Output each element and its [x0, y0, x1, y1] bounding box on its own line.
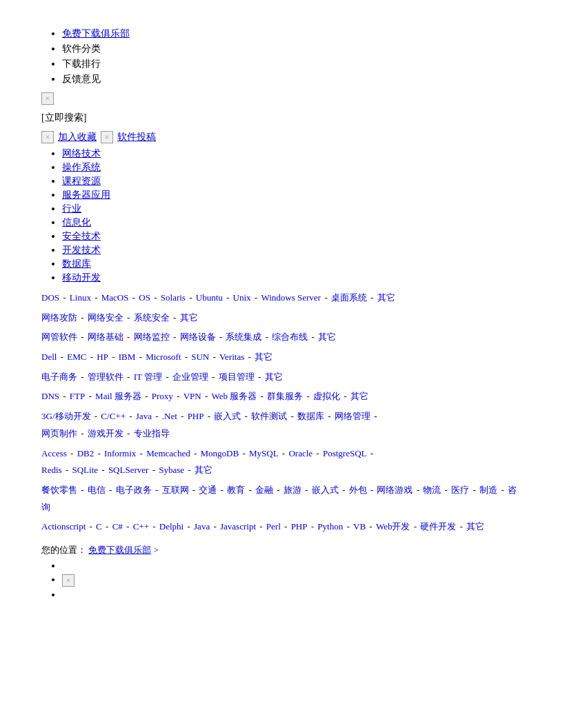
net-link-sys-security[interactable]: 系统安全: [134, 312, 170, 323]
os-link-linux[interactable]: Linux: [70, 292, 91, 303]
ind-link-food[interactable]: 餐饮零售: [41, 485, 77, 495]
netmgmt-link-cabling[interactable]: 综合布线: [272, 332, 308, 342]
mobile-link-professional[interactable]: 专业指导: [134, 428, 170, 438]
mobile-link-netmgmt[interactable]: 网络管理: [335, 411, 371, 421]
ind-link-gov[interactable]: 电子政务: [116, 485, 152, 495]
mobile-link-db[interactable]: 数据库: [297, 411, 324, 421]
biz-link-it-mgmt[interactable]: IT 管理: [134, 372, 162, 382]
netmgmt-link-other[interactable]: 其它: [318, 332, 336, 342]
nav-item-home[interactable]: 免费下载俱乐部: [62, 28, 522, 40]
biz-link-enterprise[interactable]: 企业管理: [172, 372, 208, 382]
ind-link-education[interactable]: 教育: [227, 485, 245, 495]
mobile-link-embedded[interactable]: 嵌入式: [214, 411, 241, 421]
cat-link-security[interactable]: 安全技术: [62, 231, 101, 241]
server-link-mail[interactable]: Mail 服务器: [95, 391, 141, 401]
biz-link-mgmt-sw[interactable]: 管理软件: [88, 372, 124, 382]
ind-link-finance[interactable]: 金融: [255, 485, 273, 495]
mobile-link-cpp[interactable]: C/C++: [101, 411, 126, 421]
db-link-sqlserver[interactable]: SQLServer: [108, 465, 149, 475]
db-link-oracle[interactable]: Oracle: [288, 448, 313, 458]
cat-industry[interactable]: 行业: [62, 203, 522, 215]
netmgmt-link-base[interactable]: 网络基础: [88, 332, 124, 342]
ind-link-logistics[interactable]: 物流: [423, 485, 441, 495]
lang-link-c[interactable]: C: [96, 521, 102, 532]
os-link-macos[interactable]: MacOS: [101, 292, 129, 303]
ind-link-internet[interactable]: 互联网: [162, 485, 189, 495]
db-link-sqlite[interactable]: SQLite: [72, 465, 98, 475]
db-link-access[interactable]: Access: [41, 448, 67, 458]
cat-link-it[interactable]: 信息化: [62, 217, 91, 228]
server-link-other[interactable]: 其它: [350, 391, 368, 401]
db-link-memcached[interactable]: Memcached: [146, 448, 190, 458]
cat-link-server[interactable]: 服务器应用: [62, 190, 110, 200]
ind-link-telecom[interactable]: 电信: [88, 485, 106, 495]
netmgmt-link-monitor[interactable]: 网络监控: [134, 332, 170, 342]
cat-link-dev[interactable]: 开发技术: [62, 245, 101, 255]
nav-item-category[interactable]: 软件分类: [62, 43, 522, 55]
net-link-security[interactable]: 网络安全: [88, 312, 124, 323]
lang-link-other[interactable]: 其它: [466, 521, 484, 532]
brand-link-sun[interactable]: SUN: [191, 352, 209, 362]
cat-link-course[interactable]: 课程资源: [62, 176, 101, 186]
cat-server[interactable]: 服务器应用: [62, 189, 522, 201]
cat-link-network[interactable]: 网络技术: [62, 148, 101, 159]
mobile-link-php[interactable]: PHP: [188, 411, 204, 421]
cat-network[interactable]: 网络技术: [62, 148, 522, 160]
brand-link-ibm[interactable]: IBM: [119, 352, 136, 362]
mobile-link-web[interactable]: 网页制作: [41, 428, 77, 438]
mobile-link-testing[interactable]: 软件测试: [251, 411, 287, 421]
server-link-dns[interactable]: DNS: [41, 391, 59, 401]
search-label[interactable]: [立即搜索]: [41, 112, 86, 123]
db-link-mongodb[interactable]: MongoDB: [201, 448, 239, 458]
submit-software-link[interactable]: 软件投稿: [117, 131, 156, 143]
server-link-cluster[interactable]: 群集服务: [267, 391, 303, 401]
db-link-postgresql[interactable]: PostgreSQL: [323, 448, 367, 458]
ind-link-tourism[interactable]: 旅游: [284, 485, 302, 495]
db-link-other[interactable]: 其它: [195, 465, 213, 475]
lang-link-java[interactable]: Java: [194, 521, 210, 532]
os-link-desktop[interactable]: 桌面系统: [331, 292, 367, 303]
db-link-mysql[interactable]: MySQL: [249, 448, 279, 458]
lang-link-hw[interactable]: 硬件开发: [420, 521, 456, 532]
lang-link-javascript[interactable]: Javascript: [220, 521, 256, 532]
ind-link-outsource[interactable]: 外包: [349, 485, 367, 495]
lang-link-actionscript[interactable]: Actionscript: [41, 521, 86, 532]
lang-link-perl[interactable]: Perl: [266, 521, 281, 532]
ind-link-transport[interactable]: 交通: [199, 485, 217, 495]
cat-mobile[interactable]: 移动开发: [62, 272, 522, 284]
brand-link-dell[interactable]: Dell: [41, 352, 57, 362]
netmgmt-link-sw[interactable]: 网管软件: [41, 332, 77, 342]
biz-link-project[interactable]: 项目管理: [219, 372, 255, 382]
os-link-windows-server[interactable]: Windows Server: [261, 292, 321, 303]
db-link-redis[interactable]: Redis: [41, 465, 62, 475]
nav-item-ranking[interactable]: 下载排行: [62, 58, 522, 70]
lang-link-cpp[interactable]: C++: [133, 521, 149, 532]
os-link-other[interactable]: 其它: [377, 292, 395, 303]
cat-link-industry[interactable]: 行业: [62, 203, 81, 214]
brand-link-hp[interactable]: HP: [97, 352, 108, 362]
mobile-link-3g[interactable]: 3G/移动开发: [41, 411, 91, 421]
cat-it[interactable]: 信息化: [62, 216, 522, 229]
cat-course[interactable]: 课程资源: [62, 175, 522, 188]
os-link-ubuntu[interactable]: Ubuntu: [196, 292, 223, 303]
server-link-proxy[interactable]: Proxy: [152, 391, 173, 401]
mobile-link-java[interactable]: Java: [136, 411, 152, 421]
mobile-link-game[interactable]: 游戏开发: [88, 428, 124, 438]
brand-link-microsoft[interactable]: Microsoft: [146, 352, 181, 362]
server-link-ftp[interactable]: FTP: [70, 391, 85, 401]
cat-link-db[interactable]: 数据库: [62, 259, 91, 269]
ind-link-medical[interactable]: 医疗: [451, 485, 469, 495]
ind-link-manufacturing[interactable]: 制造: [480, 485, 497, 495]
lang-link-csharp[interactable]: C#: [112, 521, 123, 532]
os-link-unix[interactable]: Unix: [233, 292, 251, 303]
brand-link-emc[interactable]: EMC: [67, 352, 86, 362]
db-link-sybase[interactable]: Sybase: [159, 465, 184, 475]
biz-link-other[interactable]: 其它: [265, 372, 283, 382]
lang-link-web[interactable]: Web开发: [376, 521, 411, 532]
biz-link-ecommerce[interactable]: 电子商务: [41, 372, 77, 382]
net-link-other[interactable]: 其它: [180, 312, 198, 323]
nav-link-home[interactable]: 免费下载俱乐部: [62, 28, 130, 39]
lang-link-python[interactable]: Python: [317, 521, 343, 532]
lang-link-php[interactable]: PHP: [291, 521, 308, 532]
lang-link-delphi[interactable]: Delphi: [159, 521, 184, 532]
